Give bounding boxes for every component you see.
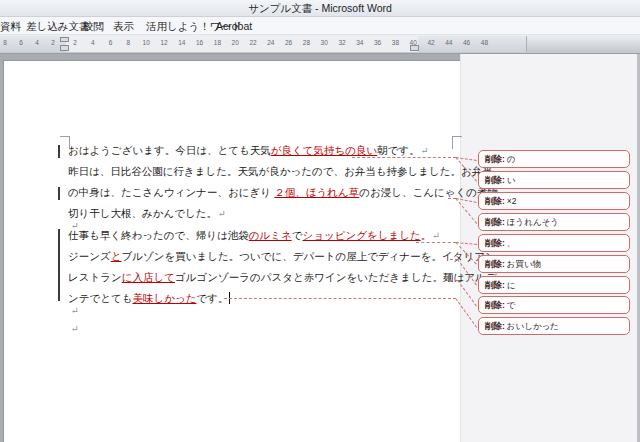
balloon-deleted-text: で — [507, 300, 516, 310]
revision-balloon-deletion[interactable]: 削除:い — [478, 171, 630, 189]
revision-balloon-deletion[interactable]: 削除:の — [478, 150, 630, 168]
revision-balloon-deletion[interactable]: 削除:、 — [478, 234, 630, 252]
ruler-number: 30 — [321, 39, 328, 46]
body-text: 。 — [421, 229, 432, 241]
inserted-text: と — [111, 250, 122, 262]
body-text: で — [292, 229, 303, 241]
revision-balloon-deletion[interactable]: 削除:お買い物 — [478, 255, 630, 273]
ruler-number: 2 — [73, 39, 77, 46]
window-title: サンプル文書 - Microsoft Word — [248, 2, 392, 14]
ruler-number: 8 — [3, 39, 7, 46]
paragraph-mark: ↵ — [71, 323, 79, 334]
paragraph-mark: ↵ — [432, 230, 440, 241]
paragraph-mark: ↵ — [71, 305, 79, 316]
ruler-number: 4 — [35, 39, 39, 46]
ruler-number: 6 — [109, 39, 113, 46]
ruler-number: 16 — [196, 39, 203, 46]
revision-leader-line — [352, 157, 456, 158]
revision-balloon-deletion[interactable]: 削除:で — [478, 296, 630, 314]
balloon-label: 削除: — [485, 238, 505, 248]
inserted-text: に入店して — [122, 271, 175, 283]
balloon-label: 削除: — [485, 280, 505, 290]
ruler-number: 14 — [178, 39, 185, 46]
document-text-line[interactable]: ↵ — [70, 303, 79, 318]
paragraph-mark: ↵ — [218, 208, 226, 219]
balloon-label: 削除: — [485, 154, 505, 164]
text-boundary-mark-right — [452, 136, 462, 149]
body-text: 切り干し大根、みかんでした。 — [68, 207, 217, 219]
first-line-indent-marker[interactable] — [60, 37, 69, 42]
body-text: 仕事も早く終わったので、帰りは池袋 — [68, 229, 249, 241]
ruler-number: 36 — [374, 39, 381, 46]
menu-tab-mailings[interactable]: 差し込み文書 — [26, 17, 90, 35]
document-text-line[interactable]: ジーンズとブルゾンを買いました。ついでに、デパートの屋上でディナーを。イタリアン — [68, 249, 496, 263]
body-text: おはようございます。今日は、とても天気 — [68, 144, 271, 156]
revision-balloon-deletion[interactable]: 削除:に — [478, 276, 630, 294]
document-text-line[interactable]: の中身は、たこさんウィンナー、おにぎり ２個、ほうれん草のお浸し、こんにゃくの煮… — [68, 185, 509, 199]
left-indent-marker[interactable] — [60, 45, 69, 51]
body-text: ブルゾンを買いました。ついでに、デパートの屋上でディナーを。イタリアン — [122, 250, 496, 262]
ruler-number: 32 — [338, 39, 345, 46]
balloon-deleted-text: お買い物 — [507, 259, 541, 269]
menu-tab-review[interactable]: 校閲 — [83, 17, 104, 35]
revision-balloon-deletion[interactable]: 削除:ほうれんそう — [478, 213, 630, 231]
ruler-number: 34 — [356, 39, 363, 46]
document-text-line[interactable]: レストランに入店してゴルゴンゾーラのパスタと赤ワインをいただきました。麺はアルデ — [68, 270, 496, 284]
ruler-number: 4 — [91, 39, 95, 46]
inserted-text: が良くて気持ちの良い — [271, 144, 377, 156]
right-indent-marker[interactable] — [410, 45, 419, 51]
document-text-line[interactable]: 仕事も早く終わったので、帰りは池袋のルミネでショッピングをしました。↵ — [68, 228, 440, 243]
document-text-line[interactable]: 昨日は、日比谷公園に行きました。天気が良かったので、お弁当も持参しました。お弁当 — [68, 164, 493, 178]
balloon-label: 削除: — [485, 300, 505, 310]
ruler-number: 22 — [249, 39, 256, 46]
revision-leader-line — [224, 298, 456, 299]
ruler-text-area — [66, 36, 418, 52]
balloon-label: 削除: — [485, 217, 505, 227]
inserted-text: ２個、ほうれん草 — [274, 186, 359, 198]
document-text-line[interactable]: おはようございます。今日は、とても天気が良くて気持ちの良い朝です。↵ — [68, 143, 429, 158]
balloon-label: 削除: — [485, 259, 505, 269]
ruler-number: 8 — [127, 39, 131, 46]
revision-balloon-deletion[interactable]: 削除:×2 — [478, 192, 630, 210]
document-text-line[interactable]: ↵ — [70, 321, 79, 336]
ruler-number: 44 — [445, 39, 452, 46]
balloon-deleted-text: に — [507, 280, 516, 290]
ruler-number: 2 — [51, 39, 55, 46]
ruler-number: 38 — [392, 39, 399, 46]
inserted-text: のルミネ — [249, 229, 292, 241]
ruler-number: 20 — [232, 39, 239, 46]
ruler-number: 18 — [214, 39, 221, 46]
balloon-deleted-text: ほうれんそう — [507, 217, 559, 227]
menu-tab-acrobat[interactable]: Acrobat — [216, 17, 252, 35]
menu-tab-references[interactable]: 資料 — [0, 17, 21, 35]
balloon-deleted-text: の — [507, 154, 516, 164]
balloon-deleted-text: 、 — [507, 238, 516, 248]
body-text: の中身は、たこさんウィンナー、おにぎり — [68, 186, 274, 198]
balloon-label: 削除: — [485, 321, 505, 331]
ruler-number: 6 — [19, 39, 23, 46]
inserted-text: ショッピングをしました — [302, 229, 420, 241]
document-text-line[interactable]: ンテでとても美味しかったです。 — [68, 291, 230, 305]
horizontal-ruler[interactable]: 8642246810121416182022242628303234363840… — [0, 35, 640, 54]
tracked-change-bar — [58, 229, 60, 301]
ruler-number: 42 — [427, 39, 434, 46]
ruler-number: 12 — [160, 39, 167, 46]
inserted-text: 美味しかった — [132, 292, 196, 304]
paragraph-mark: ↵ — [421, 145, 429, 156]
tracked-change-bar — [58, 187, 60, 200]
body-text: ゴルゴンゾーラのパスタと赤ワインをいただきました。麺はアルデ — [175, 271, 496, 283]
title-bar: サンプル文書 - Microsoft Word — [0, 0, 640, 17]
ruler-number: 28 — [303, 39, 310, 46]
body-text: 昨日は、日比谷公園に行きました。天気が良かったので、お弁当も持参しました。お弁当 — [68, 165, 493, 177]
ruler-number: 24 — [267, 39, 274, 46]
revision-balloon-deletion[interactable]: 削除:おいしかった — [478, 317, 630, 335]
menu-tab-view[interactable]: 表示 — [113, 17, 134, 35]
ruler-number: 10 — [143, 39, 150, 46]
balloon-deleted-text: い — [507, 175, 516, 185]
menu-bar: 資料差し込み文書校閲表示活用しよう！ワードAcrobat — [0, 17, 640, 35]
balloon-deleted-text: ×2 — [507, 196, 517, 206]
document-text-line[interactable]: 切り干し大根、みかんでした。↵ — [68, 206, 226, 221]
ruler-number: 26 — [285, 39, 292, 46]
body-text: 朝です。 — [377, 144, 420, 156]
revision-leader-line — [416, 242, 456, 243]
